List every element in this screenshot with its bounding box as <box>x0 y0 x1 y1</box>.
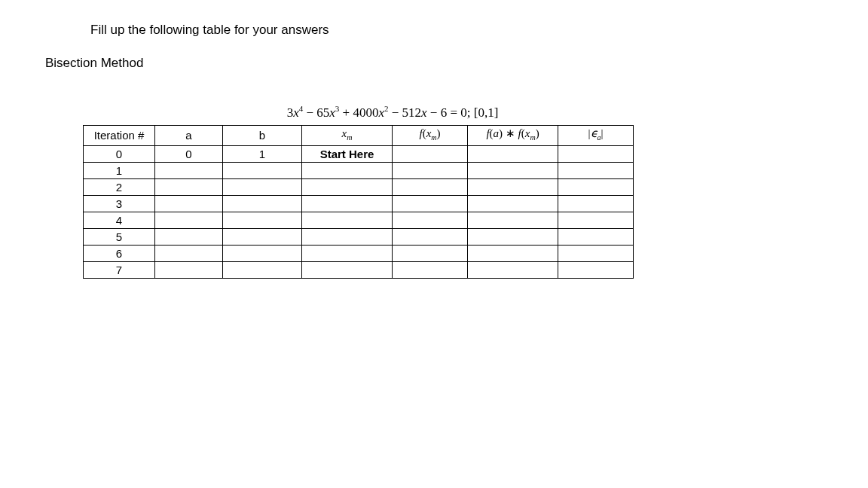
cell-fafxm <box>468 228 558 245</box>
eq-m3: − 6 = 0; [0,1] <box>427 105 499 120</box>
cell-xm: Start Here <box>302 145 393 162</box>
cell-xm <box>302 228 393 245</box>
table-row: 1 <box>84 162 634 178</box>
cell-fafxm <box>468 178 558 195</box>
eq-x3: x <box>329 105 335 120</box>
cell-iteration: 3 <box>84 195 155 212</box>
col-xm: xm <box>302 125 393 145</box>
col-iteration: Iteration # <box>84 125 155 145</box>
fxm-close: ) <box>437 127 441 139</box>
cell-a <box>155 228 223 245</box>
cell-a <box>155 212 223 228</box>
method-title: Bisection Method <box>45 56 823 71</box>
page-container: Fill up the following table for your ans… <box>0 0 868 301</box>
cell-ea <box>558 245 634 261</box>
fafxm-a: a <box>494 127 500 139</box>
cell-xm <box>302 245 393 261</box>
eq-coef1: 3 <box>287 105 294 120</box>
cell-ea <box>558 145 634 162</box>
cell-ea <box>558 178 634 195</box>
cell-fafxm <box>468 245 558 261</box>
col-ea: |ϵa| <box>558 125 634 145</box>
cell-ea <box>558 212 634 228</box>
cell-fxm <box>393 212 468 228</box>
fafxm-sub: m <box>530 133 535 142</box>
cell-b <box>223 178 302 195</box>
eq-x1: x <box>421 105 427 120</box>
cell-b <box>223 228 302 245</box>
cell-fafxm <box>468 195 558 212</box>
fafxm-c2: ) <box>536 127 539 139</box>
fafxm-ast: ∗ <box>503 127 518 139</box>
cell-fxm <box>393 261 468 278</box>
cell-fxm <box>393 145 468 162</box>
cell-a <box>155 195 223 212</box>
cell-fafxm <box>468 212 558 228</box>
cell-ea <box>558 195 634 212</box>
table-row: 5 <box>84 228 634 245</box>
cell-iteration: 5 <box>84 228 155 245</box>
ea-eps: ϵ <box>591 127 598 139</box>
header-row: Iteration # a b xm f(xm) f(a) ∗ f(xm) |ϵ… <box>84 125 634 145</box>
eq-p1: + 4000 <box>339 105 378 120</box>
table-row: 3 <box>84 195 634 212</box>
cell-fxm <box>393 178 468 195</box>
table-row: 7 <box>84 261 634 278</box>
cell-ea <box>558 261 634 278</box>
cell-b: 1 <box>223 145 302 162</box>
table-row: 4 <box>84 212 634 228</box>
table-row: 001Start Here <box>84 145 634 162</box>
cell-xm <box>302 212 393 228</box>
cell-iteration: 1 <box>84 162 155 178</box>
table-row: 6 <box>84 245 634 261</box>
col-fafxm: f(a) ∗ f(xm) <box>468 125 558 145</box>
equation: 3x4 − 65x3 + 4000x2 − 512x − 6 = 0; [0,1… <box>0 104 823 120</box>
table-header: Iteration # a b xm f(xm) f(a) ∗ f(xm) |ϵ… <box>84 125 634 145</box>
cell-b <box>223 162 302 178</box>
cell-fxm <box>393 228 468 245</box>
cell-xm <box>302 162 393 178</box>
ea-bar2: | <box>601 127 604 139</box>
table-row: 2 <box>84 178 634 195</box>
cell-a <box>155 245 223 261</box>
table-wrapper: Iteration # a b xm f(xm) f(a) ∗ f(xm) |ϵ… <box>83 125 823 279</box>
cell-fxm <box>393 245 468 261</box>
fxm-sub: m <box>431 133 436 142</box>
eq-m1: − 65 <box>303 105 329 120</box>
cell-b <box>223 245 302 261</box>
cell-fafxm <box>468 162 558 178</box>
cell-ea <box>558 162 634 178</box>
cell-iteration: 7 <box>84 261 155 278</box>
cell-iteration: 6 <box>84 245 155 261</box>
cell-xm <box>302 195 393 212</box>
cell-iteration: 2 <box>84 178 155 195</box>
cell-a <box>155 178 223 195</box>
eq-x2: x <box>378 105 384 120</box>
cell-b <box>223 261 302 278</box>
cell-xm <box>302 261 393 278</box>
col-fxm: f(xm) <box>393 125 468 145</box>
cell-fxm <box>393 162 468 178</box>
cell-fafxm <box>468 261 558 278</box>
cell-fxm <box>393 195 468 212</box>
cell-ea <box>558 228 634 245</box>
cell-a <box>155 261 223 278</box>
eq-x4: x <box>293 105 299 120</box>
cell-iteration: 0 <box>84 145 155 162</box>
cell-b <box>223 195 302 212</box>
eq-m2: − 512 <box>388 105 421 120</box>
table-body: 001Start Here1234567 <box>84 145 634 278</box>
col-b: b <box>223 125 302 145</box>
col-a: a <box>155 125 223 145</box>
cell-xm <box>302 178 393 195</box>
bisection-table: Iteration # a b xm f(xm) f(a) ∗ f(xm) |ϵ… <box>83 125 634 279</box>
cell-b <box>223 212 302 228</box>
cell-iteration: 4 <box>84 212 155 228</box>
cell-fafxm <box>468 145 558 162</box>
cell-a: 0 <box>155 145 223 162</box>
xm-sub: m <box>347 133 352 142</box>
instruction-text: Fill up the following table for your ans… <box>90 23 823 38</box>
cell-a <box>155 162 223 178</box>
